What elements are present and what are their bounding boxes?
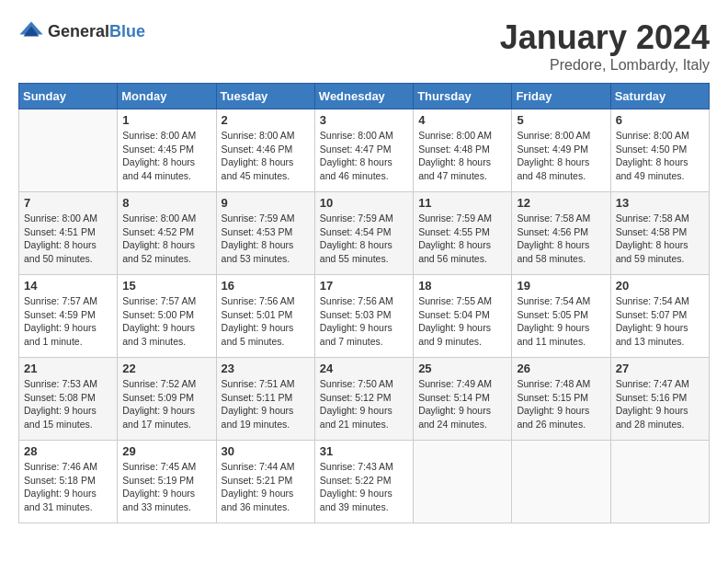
day-info: Sunrise: 8:00 AMSunset: 4:48 PMDaylight:… xyxy=(418,129,506,183)
calendar-cell: 27Sunrise: 7:47 AMSunset: 5:16 PMDayligh… xyxy=(610,358,709,441)
calendar-cell: 10Sunrise: 7:59 AMSunset: 4:54 PMDayligh… xyxy=(314,192,413,275)
calendar-cell: 12Sunrise: 7:58 AMSunset: 4:56 PMDayligh… xyxy=(512,192,610,275)
logo-blue-text: Blue xyxy=(109,22,145,40)
calendar-cell: 3Sunrise: 8:00 AMSunset: 4:47 PMDaylight… xyxy=(314,109,413,192)
day-info: Sunrise: 7:44 AMSunset: 5:21 PMDaylight:… xyxy=(222,460,310,514)
logo-icon xyxy=(18,18,44,44)
calendar-week-2: 7Sunrise: 8:00 AMSunset: 4:51 PMDaylight… xyxy=(19,192,710,275)
day-info: Sunrise: 7:59 AMSunset: 4:53 PMDaylight:… xyxy=(222,212,310,266)
weekday-header-row: SundayMondayTuesdayWednesdayThursdayFrid… xyxy=(19,84,710,109)
weekday-header-saturday: Saturday xyxy=(610,84,709,109)
logo: GeneralBlue xyxy=(18,18,145,44)
day-number: 9 xyxy=(222,196,310,210)
day-info: Sunrise: 7:54 AMSunset: 5:05 PMDaylight:… xyxy=(517,294,605,349)
calendar-cell: 31Sunrise: 7:43 AMSunset: 5:22 PMDayligh… xyxy=(314,441,413,523)
day-info: Sunrise: 7:53 AMSunset: 5:08 PMDaylight:… xyxy=(24,377,112,431)
day-number: 4 xyxy=(418,113,506,127)
day-info: Sunrise: 7:48 AMSunset: 5:15 PMDaylight:… xyxy=(517,377,605,431)
calendar-cell: 11Sunrise: 7:59 AMSunset: 4:55 PMDayligh… xyxy=(414,192,512,275)
day-info: Sunrise: 7:51 AMSunset: 5:11 PMDaylight:… xyxy=(222,377,310,431)
day-info: Sunrise: 7:56 AMSunset: 5:03 PMDaylight:… xyxy=(320,294,408,349)
day-number: 27 xyxy=(616,362,704,375)
calendar-cell: 18Sunrise: 7:55 AMSunset: 5:04 PMDayligh… xyxy=(414,275,512,358)
day-info: Sunrise: 7:43 AMSunset: 5:22 PMDaylight:… xyxy=(320,460,408,514)
calendar-cell: 6Sunrise: 8:00 AMSunset: 4:50 PMDaylight… xyxy=(610,109,709,192)
day-number: 15 xyxy=(122,279,210,293)
calendar-cell: 23Sunrise: 7:51 AMSunset: 5:11 PMDayligh… xyxy=(216,358,314,441)
day-number: 28 xyxy=(24,444,112,458)
day-info: Sunrise: 8:00 AMSunset: 4:49 PMDaylight:… xyxy=(517,129,605,183)
calendar-cell: 21Sunrise: 7:53 AMSunset: 5:08 PMDayligh… xyxy=(19,358,118,441)
calendar-cell: 22Sunrise: 7:52 AMSunset: 5:09 PMDayligh… xyxy=(118,358,216,441)
day-info: Sunrise: 7:58 AMSunset: 4:58 PMDaylight:… xyxy=(616,212,704,266)
day-number: 10 xyxy=(320,196,408,210)
day-info: Sunrise: 7:59 AMSunset: 4:54 PMDaylight:… xyxy=(320,212,408,266)
calendar-cell: 28Sunrise: 7:46 AMSunset: 5:18 PMDayligh… xyxy=(19,441,118,523)
calendar-table: SundayMondayTuesdayWednesdayThursdayFrid… xyxy=(18,83,710,523)
day-number: 16 xyxy=(222,279,310,293)
day-number: 17 xyxy=(320,279,408,293)
day-info: Sunrise: 7:47 AMSunset: 5:16 PMDaylight:… xyxy=(616,377,704,431)
day-info: Sunrise: 7:57 AMSunset: 5:00 PMDaylight:… xyxy=(122,294,210,349)
day-info: Sunrise: 7:55 AMSunset: 5:04 PMDaylight:… xyxy=(418,294,506,349)
calendar-cell: 14Sunrise: 7:57 AMSunset: 4:59 PMDayligh… xyxy=(19,275,118,358)
calendar-cell: 2Sunrise: 8:00 AMSunset: 4:46 PMDaylight… xyxy=(216,109,314,192)
day-number: 30 xyxy=(222,444,310,458)
weekday-header-sunday: Sunday xyxy=(19,84,118,109)
day-info: Sunrise: 7:56 AMSunset: 5:01 PMDaylight:… xyxy=(222,294,310,349)
day-number: 22 xyxy=(122,362,210,375)
day-info: Sunrise: 8:00 AMSunset: 4:45 PMDaylight:… xyxy=(122,129,210,183)
day-info: Sunrise: 8:00 AMSunset: 4:47 PMDaylight:… xyxy=(320,129,408,183)
day-info: Sunrise: 8:00 AMSunset: 4:46 PMDaylight:… xyxy=(222,129,310,183)
calendar-week-4: 21Sunrise: 7:53 AMSunset: 5:08 PMDayligh… xyxy=(19,358,710,441)
location-title: Predore, Lombardy, Italy xyxy=(500,57,710,74)
calendar-cell xyxy=(610,441,709,523)
calendar-week-1: 1Sunrise: 8:00 AMSunset: 4:45 PMDaylight… xyxy=(19,109,710,192)
day-number: 6 xyxy=(616,113,704,127)
calendar-cell xyxy=(512,441,610,523)
day-number: 21 xyxy=(24,362,112,375)
calendar-cell: 25Sunrise: 7:49 AMSunset: 5:14 PMDayligh… xyxy=(414,358,512,441)
calendar-cell: 8Sunrise: 8:00 AMSunset: 4:52 PMDaylight… xyxy=(118,192,216,275)
day-number: 11 xyxy=(418,196,506,210)
calendar-cell: 26Sunrise: 7:48 AMSunset: 5:15 PMDayligh… xyxy=(512,358,610,441)
day-number: 7 xyxy=(24,196,112,210)
weekday-header-thursday: Thursday xyxy=(414,84,512,109)
day-number: 13 xyxy=(616,196,704,210)
weekday-header-monday: Monday xyxy=(118,84,216,109)
page-header: GeneralBlue January 2024 Predore, Lombar… xyxy=(18,18,710,74)
calendar-cell xyxy=(19,109,118,192)
day-number: 31 xyxy=(320,444,408,458)
weekday-header-wednesday: Wednesday xyxy=(314,84,413,109)
day-number: 8 xyxy=(122,196,210,210)
day-number: 20 xyxy=(616,279,704,293)
calendar-cell: 17Sunrise: 7:56 AMSunset: 5:03 PMDayligh… xyxy=(314,275,413,358)
calendar-cell: 15Sunrise: 7:57 AMSunset: 5:00 PMDayligh… xyxy=(118,275,216,358)
calendar-cell: 30Sunrise: 7:44 AMSunset: 5:21 PMDayligh… xyxy=(216,441,314,523)
day-number: 29 xyxy=(122,444,210,458)
day-info: Sunrise: 7:50 AMSunset: 5:12 PMDaylight:… xyxy=(320,377,408,431)
day-info: Sunrise: 7:45 AMSunset: 5:19 PMDaylight:… xyxy=(122,460,210,514)
day-number: 18 xyxy=(418,279,506,293)
day-number: 25 xyxy=(418,362,506,375)
day-info: Sunrise: 7:46 AMSunset: 5:18 PMDaylight:… xyxy=(24,460,112,514)
calendar-week-3: 14Sunrise: 7:57 AMSunset: 4:59 PMDayligh… xyxy=(19,275,710,358)
calendar-cell: 9Sunrise: 7:59 AMSunset: 4:53 PMDaylight… xyxy=(216,192,314,275)
calendar-cell: 20Sunrise: 7:54 AMSunset: 5:07 PMDayligh… xyxy=(610,275,709,358)
calendar-cell xyxy=(414,441,512,523)
calendar-cell: 4Sunrise: 8:00 AMSunset: 4:48 PMDaylight… xyxy=(414,109,512,192)
calendar-week-5: 28Sunrise: 7:46 AMSunset: 5:18 PMDayligh… xyxy=(19,441,710,523)
day-info: Sunrise: 8:00 AMSunset: 4:52 PMDaylight:… xyxy=(122,212,210,266)
calendar-cell: 13Sunrise: 7:58 AMSunset: 4:58 PMDayligh… xyxy=(610,192,709,275)
calendar-cell: 24Sunrise: 7:50 AMSunset: 5:12 PMDayligh… xyxy=(314,358,413,441)
calendar-cell: 1Sunrise: 8:00 AMSunset: 4:45 PMDaylight… xyxy=(118,109,216,192)
weekday-header-tuesday: Tuesday xyxy=(216,84,314,109)
calendar-cell: 5Sunrise: 8:00 AMSunset: 4:49 PMDaylight… xyxy=(512,109,610,192)
day-number: 3 xyxy=(320,113,408,127)
day-info: Sunrise: 7:58 AMSunset: 4:56 PMDaylight:… xyxy=(517,212,605,266)
day-info: Sunrise: 7:57 AMSunset: 4:59 PMDaylight:… xyxy=(24,294,112,349)
day-number: 19 xyxy=(517,279,605,293)
calendar-cell: 7Sunrise: 8:00 AMSunset: 4:51 PMDaylight… xyxy=(19,192,118,275)
day-number: 2 xyxy=(222,113,310,127)
day-info: Sunrise: 8:00 AMSunset: 4:50 PMDaylight:… xyxy=(616,129,704,183)
